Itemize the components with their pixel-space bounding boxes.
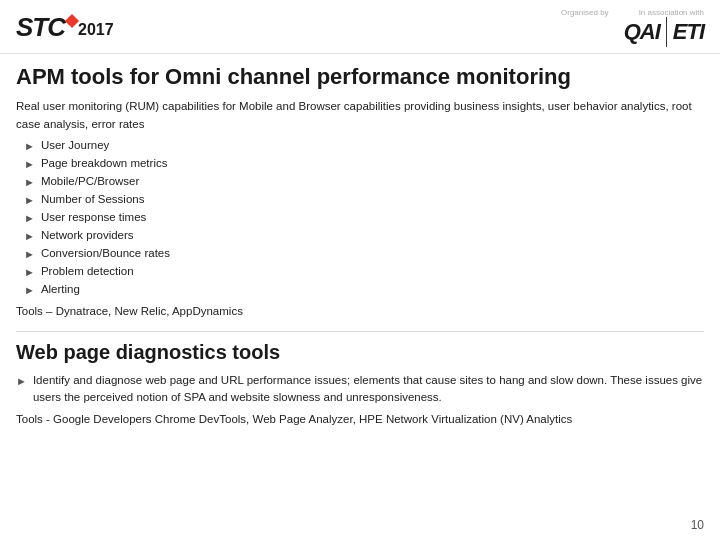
eti-logo: ETI bbox=[673, 19, 704, 45]
list-item: ► User Journey bbox=[24, 137, 704, 155]
bullet-arrow-icon: ► bbox=[24, 264, 35, 281]
bullet-arrow-icon: ► bbox=[24, 138, 35, 155]
bullet-arrow-icon: ► bbox=[24, 246, 35, 263]
qai-logo: QAI bbox=[624, 19, 660, 45]
bullet-text: Page breakdown metrics bbox=[41, 155, 168, 173]
brand-separator bbox=[666, 17, 667, 47]
list-item: ► Network providers bbox=[24, 227, 704, 245]
bullet-text: Number of Sessions bbox=[41, 191, 145, 209]
section2-bullet-text: Identify and diagnose web page and URL p… bbox=[33, 372, 704, 408]
bullet-arrow-icon: ► bbox=[24, 210, 35, 227]
bullet-text: Alerting bbox=[41, 281, 80, 299]
stc-text: STC bbox=[16, 12, 65, 43]
section2-tools: Tools - Google Developers Chrome DevTool… bbox=[16, 411, 704, 428]
header: STC 2017 Organised by In association wit… bbox=[0, 0, 720, 54]
brand-logos: QAI ETI bbox=[624, 17, 704, 47]
header-labels: Organised by In association with bbox=[561, 8, 704, 17]
bullet-arrow-icon: ► bbox=[24, 156, 35, 173]
in-association-label: In association with bbox=[639, 8, 704, 17]
footer: 10 bbox=[691, 518, 704, 532]
logo-area: STC 2017 bbox=[16, 12, 114, 43]
bullet-text: User response times bbox=[41, 209, 146, 227]
list-item: ► Conversion/Bounce rates bbox=[24, 245, 704, 263]
page-number: 10 bbox=[691, 518, 704, 532]
bullet-arrow-icon: ► bbox=[24, 282, 35, 299]
section1-bullet-list: ► User Journey ► Page breakdown metrics … bbox=[24, 137, 704, 299]
list-item: ► Page breakdown metrics bbox=[24, 155, 704, 173]
bullet-text: Conversion/Bounce rates bbox=[41, 245, 170, 263]
bullet-arrow-icon: ► bbox=[16, 373, 27, 390]
list-item: ► Mobile/PC/Browser bbox=[24, 173, 704, 191]
bullet-text: Mobile/PC/Browser bbox=[41, 173, 139, 191]
main-content: APM tools for Omni channel performance m… bbox=[0, 54, 720, 436]
list-item: ► User response times bbox=[24, 209, 704, 227]
list-item: ► Problem detection bbox=[24, 263, 704, 281]
list-item: ► Number of Sessions bbox=[24, 191, 704, 209]
section1-title: APM tools for Omni channel performance m… bbox=[16, 64, 704, 90]
bullet-arrow-icon: ► bbox=[24, 174, 35, 191]
bullet-text: User Journey bbox=[41, 137, 109, 155]
bullet-arrow-icon: ► bbox=[24, 228, 35, 245]
bullet-arrow-icon: ► bbox=[24, 192, 35, 209]
section-divider bbox=[16, 331, 704, 332]
stc-logo: STC 2017 bbox=[16, 12, 114, 43]
bullet-text: Problem detection bbox=[41, 263, 134, 281]
section-web: Web page diagnostics tools ► Identify an… bbox=[16, 340, 704, 429]
header-right: Organised by In association with QAI ETI bbox=[561, 8, 704, 47]
stc-year: 2017 bbox=[78, 21, 114, 39]
bullet-text: Network providers bbox=[41, 227, 134, 245]
section1-intro: Real user monitoring (RUM) capabilities … bbox=[16, 98, 704, 133]
section1-tools: Tools – Dynatrace, New Relic, AppDynamic… bbox=[16, 303, 704, 320]
section-apm: APM tools for Omni channel performance m… bbox=[16, 64, 704, 321]
organized-by-label: Organised by bbox=[561, 8, 609, 17]
section2-bullet: ► Identify and diagnose web page and URL… bbox=[16, 372, 704, 408]
stc-diamond-icon bbox=[65, 13, 79, 27]
list-item: ► Alerting bbox=[24, 281, 704, 299]
page: STC 2017 Organised by In association wit… bbox=[0, 0, 720, 540]
section2-title: Web page diagnostics tools bbox=[16, 340, 704, 364]
